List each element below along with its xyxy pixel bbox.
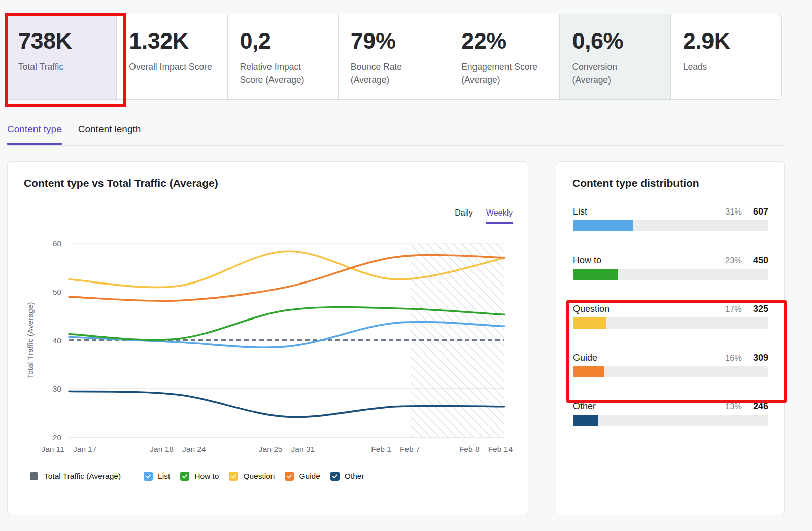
kpi-label: Leads bbox=[683, 61, 769, 74]
dist-percent: 23% bbox=[725, 256, 742, 265]
kpi-label: Total Traffic bbox=[18, 61, 104, 74]
kpi-card-bounce-rate[interactable]: 79% Bounce Rate (Average) bbox=[338, 14, 449, 99]
tab-bar: Content type Content length bbox=[7, 122, 785, 146]
kpi-label: Bounce Rate (Average) bbox=[351, 61, 436, 86]
svg-text:60: 60 bbox=[53, 239, 62, 248]
dist-bar-track bbox=[573, 317, 768, 329]
kpi-value: 79% bbox=[351, 28, 436, 54]
kpi-card-total-traffic[interactable]: 738K Total Traffic bbox=[6, 14, 116, 99]
legend-checkbox-guide[interactable]: Guide bbox=[285, 472, 320, 481]
tab-content-type[interactable]: Content type bbox=[7, 122, 62, 145]
dist-label: Question bbox=[573, 304, 725, 314]
svg-text:Jan 11 – Jan 17: Jan 11 – Jan 17 bbox=[41, 445, 96, 453]
dist-bar-fill bbox=[573, 269, 618, 280]
legend-average-label: Total Traffic (Average) bbox=[44, 472, 121, 481]
kpi-label: Conversion (Average) bbox=[572, 61, 658, 86]
kpi-row: 738K Total Traffic 1.32K Overall Impact … bbox=[6, 14, 782, 100]
legend-checkbox-list[interactable]: List bbox=[144, 472, 170, 481]
svg-text:Feb 1 – Feb 7: Feb 1 – Feb 7 bbox=[371, 445, 420, 453]
dashboard-screen: 738K Total Traffic 1.32K Overall Impact … bbox=[0, 0, 812, 531]
dist-percent: 16% bbox=[725, 353, 742, 363]
dist-value: 325 bbox=[742, 304, 768, 314]
dist-percent: 13% bbox=[725, 402, 742, 411]
kpi-label: Overall Impact Score bbox=[129, 61, 215, 74]
kpi-value: 1.32K bbox=[129, 28, 215, 54]
dist-label: List bbox=[573, 206, 725, 217]
dist-bar-fill bbox=[573, 317, 606, 329]
kpi-value: 0,6% bbox=[572, 28, 658, 54]
dist-bar-fill bbox=[573, 220, 633, 231]
content-type-traffic-chart: 2030405060Jan 11 – Jan 17Jan 18 – Jan 24… bbox=[23, 228, 520, 466]
dist-bar-fill bbox=[573, 415, 598, 426]
dist-row-how-to: How to 23% 450 bbox=[573, 255, 768, 280]
tab-bar-divider bbox=[7, 145, 785, 146]
checkbox-checked-icon[interactable] bbox=[144, 472, 153, 481]
kpi-value: 2.9K bbox=[683, 28, 769, 54]
svg-text:30: 30 bbox=[53, 384, 62, 393]
checkbox-checked-icon[interactable] bbox=[330, 472, 340, 481]
svg-text:40: 40 bbox=[53, 336, 62, 345]
legend-checkbox-other[interactable]: Other bbox=[330, 472, 364, 481]
toggle-daily[interactable]: Daily bbox=[455, 208, 473, 224]
legend-label: List bbox=[158, 472, 170, 481]
dist-bar-fill bbox=[573, 366, 604, 377]
dist-label: How to bbox=[573, 255, 725, 266]
dist-row-other: Other 13% 246 bbox=[573, 401, 768, 426]
svg-text:20: 20 bbox=[53, 433, 62, 442]
kpi-card-relative-impact-score[interactable]: 0,2 Relative Impact Score (Average) bbox=[227, 14, 338, 99]
chart-legend: Total Traffic (Average) List How to Ques… bbox=[30, 470, 375, 483]
dist-value: 450 bbox=[742, 255, 768, 266]
dist-bar-track bbox=[573, 220, 768, 231]
dist-value: 607 bbox=[742, 206, 768, 217]
legend-checkbox-question[interactable]: Question bbox=[229, 472, 275, 481]
checkbox-checked-icon[interactable] bbox=[180, 472, 189, 481]
svg-text:50: 50 bbox=[53, 288, 62, 296]
dist-bar-track bbox=[573, 269, 768, 280]
dist-value: 246 bbox=[742, 401, 768, 412]
checkbox-checked-icon[interactable] bbox=[285, 472, 294, 481]
kpi-card-engagement-score[interactable]: 22% Engagement Score (Average) bbox=[449, 14, 559, 99]
tab-content-length[interactable]: Content length bbox=[78, 122, 141, 145]
dist-percent: 17% bbox=[725, 304, 742, 314]
svg-text:Total Traffic (Average): Total Traffic (Average) bbox=[26, 302, 35, 378]
content-type-distribution-card: Content type distribution List 31% 607 H… bbox=[556, 161, 785, 515]
legend-checkbox-how-to[interactable]: How to bbox=[180, 472, 219, 481]
dist-row-guide: Guide 16% 309 bbox=[573, 352, 768, 377]
kpi-card-conversion[interactable]: 0,6% Conversion (Average) bbox=[559, 14, 670, 99]
kpi-value: 22% bbox=[461, 28, 547, 54]
kpi-value: 0,2 bbox=[240, 28, 326, 54]
distribution-title: Content type distribution bbox=[572, 177, 699, 189]
svg-text:Jan 25 – Jan 31: Jan 25 – Jan 31 bbox=[259, 445, 315, 453]
dist-bar-track bbox=[573, 415, 768, 426]
legend-label: Question bbox=[243, 472, 275, 481]
dist-value: 309 bbox=[742, 352, 768, 363]
dist-row-question: Question 17% 325 bbox=[573, 304, 768, 329]
dist-bar-track bbox=[573, 366, 768, 377]
kpi-label: Engagement Score (Average) bbox=[461, 61, 547, 86]
checkbox-checked-icon[interactable] bbox=[229, 472, 238, 481]
dist-label: Other bbox=[573, 401, 725, 412]
svg-text:Feb 8 – Feb 14: Feb 8 – Feb 14 bbox=[459, 445, 513, 453]
kpi-card-leads[interactable]: 2.9K Leads bbox=[670, 14, 781, 99]
kpi-value: 738K bbox=[18, 28, 104, 54]
chart-title: Content type vs Total Traffic (Average) bbox=[24, 177, 218, 189]
legend-label: Other bbox=[345, 472, 364, 481]
kpi-label: Relative Impact Score (Average) bbox=[240, 61, 326, 86]
content-type-chart-card: Content type vs Total Traffic (Average) … bbox=[7, 161, 528, 515]
legend-divider bbox=[132, 470, 132, 483]
average-swatch-icon bbox=[30, 472, 38, 480]
svg-text:Jan 18 – Jan 24: Jan 18 – Jan 24 bbox=[150, 445, 206, 453]
toggle-weekly[interactable]: Weekly bbox=[486, 208, 513, 224]
chart-area: 2030405060Jan 11 – Jan 17Jan 18 – Jan 24… bbox=[23, 228, 520, 466]
legend-label: Guide bbox=[299, 472, 320, 481]
dist-label: Guide bbox=[573, 352, 725, 363]
dist-percent: 31% bbox=[725, 207, 742, 217]
dist-row-list: List 31% 607 bbox=[573, 206, 768, 231]
legend-label: How to bbox=[194, 472, 219, 481]
distribution-rows: List 31% 607 How to 23% 450 bbox=[573, 206, 768, 450]
kpi-card-overall-impact-score[interactable]: 1.32K Overall Impact Score bbox=[116, 14, 227, 99]
granularity-toggle: Daily Weekly bbox=[455, 208, 513, 224]
